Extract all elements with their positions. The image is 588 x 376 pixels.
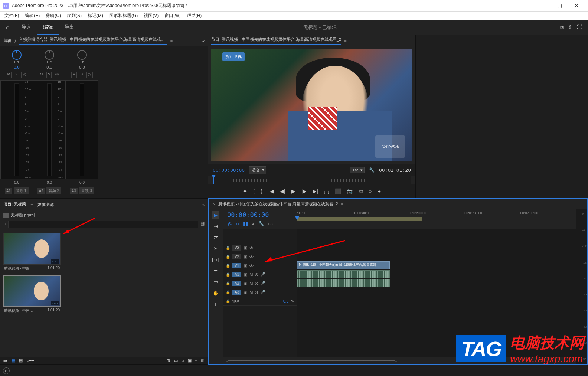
menu-序列(S)[interactable]: 序列(S): [64, 13, 85, 19]
new-bin-icon[interactable]: ▣: [188, 358, 192, 363]
channel-id[interactable]: A1: [5, 188, 12, 194]
lift-button[interactable]: ⬚: [324, 188, 329, 194]
solo-icon[interactable]: S: [255, 272, 258, 277]
toggle-output-icon[interactable]: ▣: [244, 281, 247, 286]
mso-ⓞ[interactable]: ⓞ: [21, 72, 27, 78]
channel-id[interactable]: A3: [70, 188, 78, 194]
maximize-button[interactable]: ▢: [551, 0, 568, 11]
track-label[interactable]: V2: [232, 254, 241, 259]
mix-value[interactable]: 0.0: [283, 299, 288, 303]
selection-tool[interactable]: ▶: [212, 211, 219, 219]
auto-sequence-icon[interactable]: ▭: [174, 358, 178, 363]
mso-M[interactable]: M: [6, 72, 12, 78]
workspace-tab-导入[interactable]: 导入: [16, 20, 37, 35]
menu-窗口(W)[interactable]: 窗口(W): [161, 13, 183, 19]
go-to-out-button[interactable]: ▶|: [313, 188, 318, 194]
bin-row[interactable]: 无标题.prproj: [0, 211, 208, 219]
mso-M[interactable]: M: [39, 72, 45, 78]
fader-value[interactable]: 0.0: [47, 180, 52, 184]
go-to-in-button[interactable]: |◀: [268, 188, 274, 194]
step-back-button[interactable]: ◀|: [280, 188, 285, 194]
eye-icon[interactable]: 👁: [249, 255, 254, 259]
lock-icon[interactable]: 🔒: [226, 290, 230, 294]
lock-icon[interactable]: 🔒: [226, 255, 230, 259]
audio-mixer-tab[interactable]: 音频剪辑混合器: 腾讯视频 - 中国领先的在线视频媒体平台,海量高清视频在线观看…: [19, 37, 167, 45]
hand-tool[interactable]: ✋: [212, 289, 219, 297]
pan-value[interactable]: 0.0: [79, 65, 85, 69]
filter-icon[interactable]: ▦: [200, 221, 205, 228]
fullscreen-icon[interactable]: ⛶: [577, 24, 582, 30]
share-icon[interactable]: ⇪: [568, 24, 572, 30]
voice-over-icon[interactable]: 🎤: [260, 281, 265, 286]
panel-menu-icon[interactable]: »: [202, 38, 205, 43]
channel-id[interactable]: A2: [37, 188, 45, 194]
voice-over-icon[interactable]: 🎤: [260, 290, 265, 295]
slip-tool[interactable]: |↔|: [212, 256, 219, 263]
minimize-button[interactable]: —: [534, 0, 551, 11]
linked-selection-icon[interactable]: ∩: [236, 221, 239, 226]
pan-knob[interactable]: [12, 50, 22, 60]
track-label[interactable]: A2: [232, 281, 241, 286]
voice-over-icon[interactable]: 🎤: [260, 272, 265, 277]
solo-icon[interactable]: S: [255, 290, 258, 295]
quick-export-icon[interactable]: ⧉: [560, 24, 564, 30]
menu-帮助(H)[interactable]: 帮助(H): [184, 13, 205, 19]
track-label[interactable]: A1: [232, 272, 241, 277]
audio-clip-a1[interactable]: [297, 270, 390, 278]
toggle-output-icon[interactable]: ▣: [244, 272, 247, 277]
zoom-slider[interactable]: ○━━: [26, 358, 34, 363]
home-icon[interactable]: ⌂: [0, 24, 16, 31]
mark-out-button[interactable]: }: [261, 188, 263, 194]
settings-icon[interactable]: 🔧: [369, 167, 375, 173]
comparison-view-button[interactable]: ⧉: [359, 188, 363, 194]
export-frame-button[interactable]: 📷: [347, 188, 353, 194]
lock-icon[interactable]: 🔒: [226, 299, 230, 303]
solo-icon[interactable]: S: [255, 281, 258, 286]
creative-cloud-icon[interactable]: ⊙: [3, 367, 10, 374]
settings-icon[interactable]: ⬥: [252, 221, 255, 226]
fit-dropdown[interactable]: 适合: [249, 166, 266, 174]
add-marker-button[interactable]: ✦: [243, 188, 247, 194]
type-tool[interactable]: T: [212, 300, 219, 308]
sequence-tab[interactable]: 腾讯视频 - 中国领先的在线视频媒体平台,海量高清视频在线观看_2: [218, 201, 338, 207]
audio-track-A2[interactable]: 🔒A2▣MS🎤: [223, 279, 297, 288]
work-area-bar[interactable]: [297, 217, 422, 221]
audio-track-A1[interactable]: 🔒A1▣MS🎤: [223, 270, 297, 279]
channel-name[interactable]: 音频 1: [14, 187, 29, 194]
program-playhead[interactable]: [213, 176, 214, 184]
video-track-V1[interactable]: 🔒V1▣👁: [223, 261, 297, 270]
mso-ⓞ[interactable]: ⓞ: [54, 72, 60, 78]
meter-icon[interactable]: ∿: [291, 299, 294, 304]
sort-icon[interactable]: ⇅: [167, 358, 170, 363]
track-label[interactable]: A3: [232, 290, 241, 295]
pan-knob[interactable]: [45, 50, 54, 60]
workspace-tab-编辑[interactable]: 编辑: [37, 20, 59, 35]
track-label[interactable]: V3: [232, 245, 241, 251]
video-track-V3[interactable]: 🔒V3▣👁: [223, 243, 297, 252]
menu-图形和标题(G)[interactable]: 图形和标题(G): [106, 13, 141, 19]
video-clip[interactable]: fx 腾讯视频 - 中国领先的在线视频媒体平台,海量高清: [297, 261, 390, 269]
play-button[interactable]: ▶: [291, 188, 295, 194]
pen-tool[interactable]: ✒: [212, 267, 219, 274]
lock-icon[interactable]: 🔒: [226, 272, 230, 277]
fader-value[interactable]: 0.0: [14, 180, 19, 184]
program-tab[interactable]: 节目: 腾讯视频 - 中国领先的在线视频媒体平台,海量高清视频在线观看_2: [211, 37, 341, 45]
program-timecode-left[interactable]: 00:00:00:00: [213, 167, 245, 173]
step-forward-button[interactable]: |▶: [301, 188, 307, 194]
mso-S[interactable]: S: [46, 72, 52, 78]
audio-clip-a2[interactable]: [297, 279, 390, 287]
pan-knob[interactable]: [77, 50, 87, 60]
audio-track-A3[interactable]: 🔒A3▣MS🎤: [223, 288, 297, 297]
wrench-icon[interactable]: 🔧: [258, 221, 264, 226]
project-item[interactable]: ▭▭ 腾讯视频 - 中国...1:01:20: [3, 275, 61, 314]
menu-视图(V)[interactable]: 视图(V): [141, 13, 161, 19]
mso-S[interactable]: S: [79, 72, 84, 78]
mute-icon[interactable]: M: [249, 272, 253, 277]
mark-in-button[interactable]: {: [253, 188, 255, 194]
close-button[interactable]: ✕: [568, 0, 585, 11]
pan-value[interactable]: 0.0: [46, 65, 52, 69]
eye-icon[interactable]: 👁: [249, 264, 254, 268]
channel-name[interactable]: 音频 3: [79, 187, 94, 194]
menu-剪辑(C)[interactable]: 剪辑(C): [43, 13, 64, 19]
lock-icon[interactable]: 🔒: [226, 264, 230, 268]
